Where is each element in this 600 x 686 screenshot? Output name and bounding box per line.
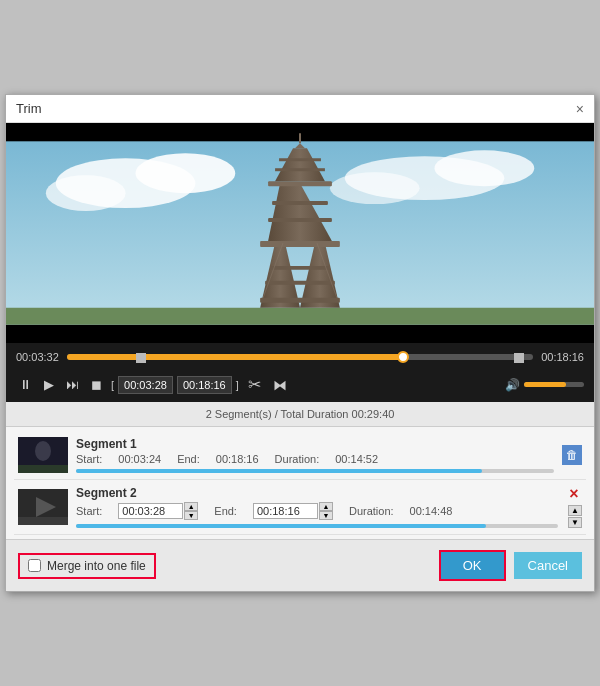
svg-rect-13: [265, 281, 335, 285]
segment1-times: Start: 00:03:24 End: 00:18:16 Duration: …: [76, 453, 554, 465]
split-icon[interactable]: ⧓: [270, 375, 290, 395]
svg-point-7: [435, 150, 535, 186]
pause-button[interactable]: ⏸: [16, 375, 35, 394]
segment1-info: Segment 1 Start: 00:03:24 End: 00:18:16 …: [76, 437, 554, 473]
svg-point-5: [46, 175, 126, 211]
segment1-end-time: 00:18:16: [216, 453, 259, 465]
segment2-start-label: Start:: [76, 505, 102, 517]
segment2-start-spinner: ▲ ▼: [118, 502, 198, 520]
play-button[interactable]: ▶: [41, 375, 57, 394]
svg-rect-17: [268, 218, 332, 222]
cancel-button[interactable]: Cancel: [514, 552, 582, 579]
volume-track[interactable]: [524, 382, 584, 387]
next-frame-button[interactable]: ⏭: [63, 375, 82, 394]
svg-rect-14: [270, 266, 330, 270]
segment2-thumbnail: [18, 489, 68, 525]
trim-left-handle[interactable]: [136, 353, 146, 363]
segment2-end-down[interactable]: ▼: [319, 511, 333, 520]
controls-row: ⏸ ▶ ⏭ ◼ [ 00:03:28 00:18:16 ] ✂ ⧓ 🔊: [6, 367, 594, 402]
svg-rect-9: [6, 308, 594, 325]
close-button[interactable]: ×: [576, 102, 584, 116]
cut-icon[interactable]: ✂: [245, 373, 264, 396]
segment-list: Segment 1 Start: 00:03:24 End: 00:18:16 …: [6, 427, 594, 539]
segment2-bar: [76, 524, 558, 528]
table-row: Segment 2 Start: ▲ ▼ End: ▲: [14, 480, 586, 535]
video-preview: [6, 123, 594, 343]
svg-rect-1: [6, 325, 594, 343]
stop-button[interactable]: ◼: [88, 375, 105, 394]
segments-info: 2 Segment(s) / Total Duration 00:29:40: [6, 402, 594, 427]
ok-button[interactable]: OK: [439, 550, 506, 581]
segment2-start-down[interactable]: ▼: [184, 511, 198, 520]
svg-rect-19: [268, 181, 332, 186]
merge-option-wrap: Merge into one file: [18, 553, 156, 579]
segment2-end-input[interactable]: [253, 503, 318, 519]
segment1-name: Segment 1: [76, 437, 554, 451]
trim-dialog: Trim ×: [5, 94, 595, 592]
segment1-start-time: 00:03:24: [118, 453, 161, 465]
segment1-bar: [76, 469, 554, 473]
title-bar: Trim ×: [6, 95, 594, 123]
bracket-open: [: [111, 379, 114, 391]
segment2-start-input[interactable]: [118, 503, 183, 519]
dialog-title: Trim: [16, 101, 42, 116]
svg-rect-18: [272, 201, 328, 205]
segment2-end-label: End:: [214, 505, 237, 517]
segment2-name: Segment 2: [76, 486, 558, 500]
segment2-delete-button[interactable]: ×: [569, 486, 578, 502]
segment2-end-spinner: ▲ ▼: [253, 502, 333, 520]
svg-point-28: [35, 441, 51, 461]
volume-area: 🔊: [505, 378, 584, 392]
svg-rect-22: [279, 158, 321, 161]
volume-icon: 🔊: [505, 378, 520, 392]
svg-rect-12: [260, 298, 340, 303]
svg-rect-29: [18, 465, 68, 473]
segments-count-label: 2 Segment(s) / Total Duration 00:29:40: [206, 408, 395, 420]
segment2-end-up[interactable]: ▲: [319, 502, 333, 511]
svg-point-8: [330, 172, 420, 204]
segment1-duration: 00:14:52: [335, 453, 378, 465]
segment2-scroll-down[interactable]: ▼: [568, 517, 582, 528]
merge-label[interactable]: Merge into one file: [47, 559, 146, 573]
progress-end-time: 00:18:16: [541, 351, 584, 363]
segment2-times: Start: ▲ ▼ End: ▲ ▼: [76, 502, 558, 520]
footer-area: Merge into one file OK Cancel: [6, 539, 594, 591]
segment1-thumbnail: [18, 437, 68, 473]
svg-point-4: [136, 153, 236, 193]
segment2-scroll-up[interactable]: ▲: [568, 505, 582, 516]
table-row: Segment 1 Start: 00:03:24 End: 00:18:16 …: [14, 431, 586, 480]
segment2-start-up[interactable]: ▲: [184, 502, 198, 511]
progress-track[interactable]: [67, 354, 533, 360]
trim-start-time: 00:03:28: [118, 376, 173, 394]
trim-right-handle[interactable]: [514, 353, 524, 363]
progress-bar-area: 00:03:32 00:18:16: [6, 343, 594, 367]
svg-rect-15: [260, 241, 340, 247]
segment2-duration-label: Duration:: [349, 505, 394, 517]
svg-rect-21: [275, 168, 325, 171]
time-display: [ 00:03:28 00:18:16 ]: [111, 376, 239, 394]
segment1-duration-label: Duration:: [275, 453, 320, 465]
progress-start-time: 00:03:32: [16, 351, 59, 363]
trim-end-time: 00:18:16: [177, 376, 232, 394]
segment1-end-label: End:: [177, 453, 200, 465]
segment1-trash-button[interactable]: 🗑: [562, 445, 582, 465]
segment2-duration: 00:14:48: [410, 505, 453, 517]
segment1-trash-icon: 🗑: [566, 448, 578, 462]
bracket-close: ]: [236, 379, 239, 391]
svg-rect-32: [18, 517, 68, 525]
segment1-start-label: Start:: [76, 453, 102, 465]
merge-checkbox[interactable]: [28, 559, 41, 572]
footer-buttons: OK Cancel: [439, 550, 582, 581]
segment2-info: Segment 2 Start: ▲ ▼ End: ▲: [76, 486, 558, 528]
